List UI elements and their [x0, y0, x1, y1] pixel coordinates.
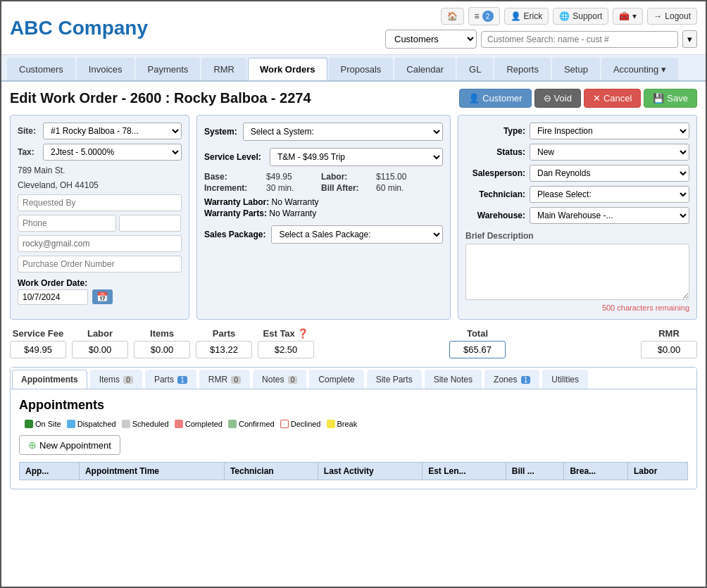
- tab-appointments[interactable]: Appointments: [12, 370, 87, 389]
- grand-total: Total $65.67: [449, 328, 506, 358]
- service-level-select[interactable]: T&M - $49.95 Trip: [270, 148, 443, 166]
- scheduled-dot: [122, 420, 130, 428]
- phone-input[interactable]: [18, 215, 116, 232]
- est-tax-label: Est Tax ❓: [263, 328, 309, 339]
- tab-rmr[interactable]: RMR 0: [199, 370, 250, 389]
- search-input[interactable]: [481, 31, 678, 48]
- col-app: App...: [20, 463, 80, 480]
- service-fee-label: Service Fee: [13, 328, 63, 339]
- warehouse-label: Warehouse:: [465, 211, 525, 220]
- logout-label: Logout: [665, 11, 691, 21]
- nav-tab-invoices[interactable]: Invoices: [77, 58, 134, 80]
- void-btn-label: Void: [554, 93, 572, 104]
- type-select[interactable]: Fire Inspection: [530, 123, 689, 139]
- nav-tab-workorders[interactable]: Work Orders: [248, 58, 327, 80]
- tax-select[interactable]: 2Jtest - 5.0000%: [43, 144, 182, 161]
- nav-tab-accounting[interactable]: Accounting: [601, 58, 678, 80]
- completed-dot: [175, 420, 183, 428]
- tab-site-parts[interactable]: Site Parts: [367, 370, 422, 389]
- tab-utilities[interactable]: Utilities: [542, 370, 588, 389]
- tab-site-notes[interactable]: Site Notes: [425, 370, 482, 389]
- increment-value: 30 min.: [266, 183, 315, 193]
- rmr-value: $0.00: [641, 341, 697, 358]
- save-button[interactable]: 💾 Save: [644, 89, 697, 108]
- sales-package-label: Sales Package:: [204, 230, 265, 239]
- nav-tab-calendar[interactable]: Calendar: [394, 58, 456, 80]
- nav-tab-rmr[interactable]: RMR: [201, 58, 246, 80]
- tools-arrow: ▾: [632, 11, 637, 21]
- break-dot: [327, 420, 335, 428]
- system-select[interactable]: Select a System:: [243, 123, 443, 141]
- po-number-input[interactable]: [18, 256, 182, 273]
- est-tax-total: Est Tax ❓ $2.50: [258, 328, 314, 358]
- rmr-total: RMR $0.00: [641, 328, 697, 358]
- tab-zones[interactable]: Zones 1: [484, 370, 539, 389]
- cancel-button[interactable]: ✕ Cancel: [584, 89, 641, 108]
- appointments-table: App... Appointment Time Technician Last …: [19, 462, 688, 480]
- queue-button[interactable]: ≡ 2: [468, 7, 500, 25]
- nav-tab-proposals[interactable]: Proposals: [329, 58, 394, 80]
- phone-ext-input[interactable]: [119, 215, 182, 232]
- email-input[interactable]: [18, 235, 182, 252]
- sales-package-select[interactable]: Select a Sales Package:: [271, 225, 443, 244]
- tab-parts[interactable]: Parts 1: [145, 370, 196, 389]
- logout-button[interactable]: → Logout: [647, 8, 697, 25]
- nav-tab-setup[interactable]: Setup: [552, 58, 600, 80]
- tab-complete[interactable]: Complete: [309, 370, 363, 389]
- legend-confirmed: Confirmed: [228, 420, 275, 428]
- technician-select[interactable]: Please Select:: [530, 186, 689, 203]
- brief-desc-textarea[interactable]: [465, 244, 689, 300]
- calendar-button[interactable]: 📅: [92, 289, 113, 304]
- nav-tab-reports[interactable]: Reports: [494, 58, 551, 80]
- address-line2: Cleveland, OH 44105: [18, 180, 182, 192]
- type-label: Type:: [465, 126, 525, 136]
- base-label: Base:: [204, 172, 261, 182]
- labor-total-value: $0.00: [72, 341, 128, 358]
- warranty-labor-label: Warranty Labor:: [204, 197, 269, 207]
- user-icon: 👤: [511, 11, 521, 21]
- col-bill: Bill ...: [506, 463, 564, 480]
- labor-label: Labor:: [321, 172, 370, 182]
- tools-button[interactable]: 🧰 ▾: [613, 8, 643, 25]
- requested-by-input[interactable]: [18, 194, 182, 211]
- bill-after-value: 60 min.: [376, 183, 425, 193]
- queue-icon: ≡: [475, 11, 480, 21]
- items-value: $0.00: [134, 341, 190, 358]
- tax-label: Tax:: [18, 147, 39, 157]
- nav-tab-customers[interactable]: Customers: [7, 58, 75, 80]
- search-dropdown-arrow[interactable]: ▾: [682, 30, 697, 48]
- nav-tab-payments[interactable]: Payments: [136, 58, 201, 80]
- bill-after-label: Bill After:: [321, 183, 370, 193]
- appointments-title: Appointments: [19, 398, 688, 413]
- tab-items[interactable]: Items 0: [90, 370, 142, 389]
- total-value: $65.67: [449, 341, 506, 358]
- new-appointment-button[interactable]: ⊕ New Appointment: [19, 435, 120, 455]
- customer-button[interactable]: 👤 Customer: [459, 89, 531, 108]
- warehouse-select[interactable]: Main Warehouse -...: [530, 207, 689, 224]
- plus-icon: ⊕: [28, 439, 37, 451]
- home-button[interactable]: 🏠: [441, 8, 464, 25]
- work-order-date-input[interactable]: [18, 289, 88, 305]
- void-button[interactable]: ⊖ Void: [534, 89, 581, 108]
- col-last-activity: Last Activity: [318, 463, 422, 480]
- increment-label: Increment:: [204, 183, 261, 193]
- salesperson-select[interactable]: Dan Reynolds: [530, 165, 689, 182]
- site-select[interactable]: #1 Rocky Balboa - 78...: [43, 123, 182, 139]
- status-select[interactable]: New: [530, 144, 689, 161]
- work-order-date-label: Work Order Date:: [18, 278, 182, 288]
- system-label: System:: [204, 127, 237, 137]
- col-appt-time: Appointment Time: [79, 463, 224, 480]
- support-button[interactable]: 🌐 Support: [553, 8, 608, 25]
- new-appt-label: New Appointment: [39, 440, 111, 451]
- legend-break: Break: [327, 420, 358, 428]
- user-name: Erick: [524, 11, 543, 21]
- dispatched-dot: [67, 420, 75, 428]
- search-category-select[interactable]: Customers Invoices Work Orders: [385, 30, 477, 49]
- customer-icon: 👤: [468, 93, 480, 104]
- user-button[interactable]: 👤 Erick: [504, 8, 549, 25]
- nav-tab-gl[interactable]: GL: [457, 58, 493, 80]
- salesperson-label: Salesperson:: [465, 168, 525, 178]
- queue-badge: 2: [482, 11, 494, 22]
- tab-notes[interactable]: Notes 0: [253, 370, 306, 389]
- col-labor: Labor: [628, 463, 688, 480]
